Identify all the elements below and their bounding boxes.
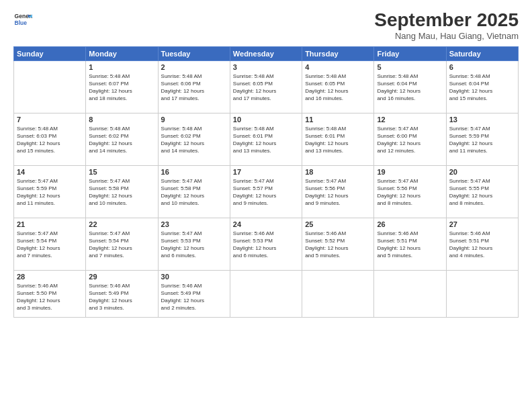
day-info: Sunrise: 5:48 AM Sunset: 6:01 PM Dayligh… — [233, 125, 299, 155]
day-info: Sunrise: 5:47 AM Sunset: 5:59 PM Dayligh… — [17, 177, 83, 208]
day-number: 1 — [89, 63, 154, 71]
table-row: 5Sunrise: 5:48 AM Sunset: 6:04 PM Daylig… — [374, 60, 446, 113]
header-wednesday: Wednesday — [230, 46, 302, 60]
day-info: Sunrise: 5:48 AM Sunset: 6:06 PM Dayligh… — [161, 73, 227, 103]
day-number: 30 — [161, 273, 227, 281]
table-row: 22Sunrise: 5:47 AM Sunset: 5:54 PM Dayli… — [86, 218, 158, 270]
header-friday: Friday — [374, 46, 446, 60]
calendar-week-row: 14Sunrise: 5:47 AM Sunset: 5:59 PM Dayli… — [14, 165, 519, 218]
location-subtitle: Nang Mau, Hau Giang, Vietnam — [374, 31, 519, 41]
table-row: 1Sunrise: 5:48 AM Sunset: 6:07 PM Daylig… — [86, 60, 158, 113]
table-row: 27Sunrise: 5:46 AM Sunset: 5:51 PM Dayli… — [446, 218, 518, 270]
table-row — [230, 270, 302, 317]
table-row: 30Sunrise: 5:46 AM Sunset: 5:49 PM Dayli… — [158, 270, 230, 317]
table-row: 3Sunrise: 5:48 AM Sunset: 6:05 PM Daylig… — [230, 60, 302, 113]
day-number: 20 — [449, 168, 515, 176]
table-row: 11Sunrise: 5:48 AM Sunset: 6:01 PM Dayli… — [302, 113, 374, 165]
day-number: 5 — [377, 63, 443, 71]
title-block: September 2025 Nang Mau, Hau Giang, Viet… — [374, 10, 519, 41]
day-info: Sunrise: 5:47 AM Sunset: 5:54 PM Dayligh… — [17, 230, 83, 260]
table-row: 19Sunrise: 5:47 AM Sunset: 5:56 PM Dayli… — [374, 165, 446, 218]
day-number: 14 — [17, 168, 83, 176]
table-row — [374, 270, 446, 317]
table-row: 7Sunrise: 5:48 AM Sunset: 6:03 PM Daylig… — [14, 113, 86, 165]
day-number: 23 — [161, 220, 227, 228]
table-row: 6Sunrise: 5:48 AM Sunset: 6:04 PM Daylig… — [446, 60, 518, 113]
header-thursday: Thursday — [302, 46, 374, 60]
day-number: 11 — [305, 116, 371, 124]
day-number: 4 — [305, 63, 371, 71]
day-number: 17 — [233, 168, 299, 176]
day-info: Sunrise: 5:47 AM Sunset: 5:58 PM Dayligh… — [89, 177, 154, 208]
day-number: 9 — [161, 116, 227, 124]
calendar-header-row: Sunday Monday Tuesday Wednesday Thursday… — [14, 46, 519, 60]
day-number: 7 — [17, 116, 83, 124]
calendar-week-row: 7Sunrise: 5:48 AM Sunset: 6:03 PM Daylig… — [14, 113, 519, 165]
header-monday: Monday — [86, 46, 158, 60]
table-row: 23Sunrise: 5:47 AM Sunset: 5:53 PM Dayli… — [158, 218, 230, 270]
day-number: 3 — [233, 63, 299, 71]
day-number: 13 — [449, 116, 515, 124]
table-row: 20Sunrise: 5:47 AM Sunset: 5:55 PM Dayli… — [446, 165, 518, 218]
header-tuesday: Tuesday — [158, 46, 230, 60]
day-info: Sunrise: 5:47 AM Sunset: 5:59 PM Dayligh… — [449, 125, 515, 155]
table-row: 13Sunrise: 5:47 AM Sunset: 5:59 PM Dayli… — [446, 113, 518, 165]
day-number: 26 — [377, 220, 443, 228]
table-row: 16Sunrise: 5:47 AM Sunset: 5:58 PM Dayli… — [158, 165, 230, 218]
day-number: 24 — [233, 220, 299, 228]
table-row: 21Sunrise: 5:47 AM Sunset: 5:54 PM Dayli… — [14, 218, 86, 270]
table-row: 24Sunrise: 5:46 AM Sunset: 5:53 PM Dayli… — [230, 218, 302, 270]
svg-text:Blue: Blue — [15, 19, 28, 26]
day-number: 22 — [89, 220, 154, 228]
day-number: 16 — [161, 168, 227, 176]
day-info: Sunrise: 5:48 AM Sunset: 6:02 PM Dayligh… — [161, 125, 227, 155]
table-row: 9Sunrise: 5:48 AM Sunset: 6:02 PM Daylig… — [158, 113, 230, 165]
table-row — [14, 60, 86, 113]
day-info: Sunrise: 5:47 AM Sunset: 5:54 PM Dayligh… — [89, 230, 154, 260]
day-info: Sunrise: 5:48 AM Sunset: 6:05 PM Dayligh… — [233, 73, 299, 103]
day-number: 21 — [17, 220, 83, 228]
day-info: Sunrise: 5:47 AM Sunset: 5:58 PM Dayligh… — [161, 177, 227, 208]
day-number: 28 — [17, 273, 83, 281]
day-info: Sunrise: 5:46 AM Sunset: 5:51 PM Dayligh… — [377, 230, 443, 260]
day-number: 12 — [377, 116, 443, 124]
logo-icon: General Blue — [13, 10, 32, 29]
day-number: 27 — [449, 220, 515, 228]
table-row: 28Sunrise: 5:46 AM Sunset: 5:50 PM Dayli… — [14, 270, 86, 317]
day-info: Sunrise: 5:46 AM Sunset: 5:50 PM Dayligh… — [17, 282, 83, 312]
day-number: 2 — [161, 63, 227, 71]
page-header: General Blue September 2025 Nang Mau, Ha… — [13, 10, 519, 41]
table-row: 2Sunrise: 5:48 AM Sunset: 6:06 PM Daylig… — [158, 60, 230, 113]
calendar-table: Sunday Monday Tuesday Wednesday Thursday… — [13, 46, 519, 318]
logo: General Blue — [13, 10, 32, 29]
table-row: 26Sunrise: 5:46 AM Sunset: 5:51 PM Dayli… — [374, 218, 446, 270]
day-info: Sunrise: 5:46 AM Sunset: 5:49 PM Dayligh… — [89, 282, 154, 312]
table-row: 14Sunrise: 5:47 AM Sunset: 5:59 PM Dayli… — [14, 165, 86, 218]
table-row: 29Sunrise: 5:46 AM Sunset: 5:49 PM Dayli… — [86, 270, 158, 317]
table-row: 17Sunrise: 5:47 AM Sunset: 5:57 PM Dayli… — [230, 165, 302, 218]
table-row — [446, 270, 518, 317]
table-row — [302, 270, 374, 317]
day-number: 25 — [305, 220, 371, 228]
table-row: 8Sunrise: 5:48 AM Sunset: 6:02 PM Daylig… — [86, 113, 158, 165]
day-info: Sunrise: 5:48 AM Sunset: 6:04 PM Dayligh… — [377, 73, 443, 103]
day-info: Sunrise: 5:48 AM Sunset: 6:03 PM Dayligh… — [17, 125, 83, 155]
day-number: 6 — [449, 63, 515, 71]
month-title: September 2025 — [374, 10, 519, 31]
day-number: 19 — [377, 168, 443, 176]
day-info: Sunrise: 5:48 AM Sunset: 6:04 PM Dayligh… — [449, 73, 515, 103]
calendar-week-row: 21Sunrise: 5:47 AM Sunset: 5:54 PM Dayli… — [14, 218, 519, 270]
day-info: Sunrise: 5:48 AM Sunset: 6:07 PM Dayligh… — [89, 73, 154, 103]
day-info: Sunrise: 5:48 AM Sunset: 6:01 PM Dayligh… — [305, 125, 371, 155]
day-info: Sunrise: 5:46 AM Sunset: 5:52 PM Dayligh… — [305, 230, 371, 260]
day-info: Sunrise: 5:48 AM Sunset: 6:02 PM Dayligh… — [89, 125, 154, 155]
day-info: Sunrise: 5:47 AM Sunset: 6:00 PM Dayligh… — [377, 125, 443, 155]
table-row: 4Sunrise: 5:48 AM Sunset: 6:05 PM Daylig… — [302, 60, 374, 113]
day-number: 18 — [305, 168, 371, 176]
day-info: Sunrise: 5:47 AM Sunset: 5:56 PM Dayligh… — [377, 177, 443, 208]
day-number: 15 — [89, 168, 154, 176]
header-saturday: Saturday — [446, 46, 518, 60]
calendar-week-row: 1Sunrise: 5:48 AM Sunset: 6:07 PM Daylig… — [14, 60, 519, 113]
day-info: Sunrise: 5:46 AM Sunset: 5:51 PM Dayligh… — [449, 230, 515, 260]
day-number: 29 — [89, 273, 154, 281]
